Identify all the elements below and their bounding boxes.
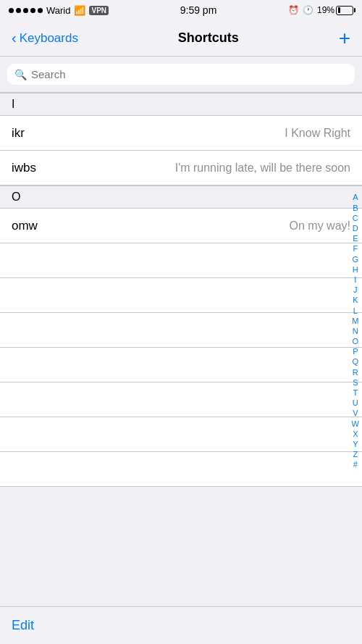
index-letter-s[interactable]: S [353, 378, 358, 388]
empty-row [0, 348, 362, 382]
status-right: ⏰ 🕐 19% [288, 5, 353, 15]
index-letter-h[interactable]: H [353, 265, 358, 275]
back-label: Keyboards [20, 31, 78, 46]
index-letter-i[interactable]: I [354, 275, 356, 285]
index-letter-k[interactable]: K [353, 296, 358, 305]
empty-row [0, 313, 362, 348]
status-left: Warid 📶 VPN [9, 5, 109, 16]
battery-percent: 19% [317, 5, 334, 15]
shortcut-text: ikr [12, 126, 25, 141]
index-letter-o[interactable]: O [353, 337, 359, 346]
index-letter-q[interactable]: Q [353, 357, 359, 367]
index-letter-w[interactable]: W [352, 419, 359, 429]
index-letter-n[interactable]: N [353, 327, 358, 336]
index-letter-c[interactable]: C [353, 214, 358, 223]
battery-container: 19% [317, 5, 353, 15]
empty-row [0, 417, 362, 452]
page-title: Shortcuts [178, 30, 239, 46]
index-letter-f[interactable]: F [353, 244, 358, 254]
index-letter-r[interactable]: R [353, 368, 358, 377]
index-letter-a[interactable]: A [353, 193, 358, 202]
section-header-i: I [0, 93, 362, 116]
add-button[interactable]: + [339, 28, 350, 49]
search-icon: 🔍 [14, 69, 27, 80]
list-item[interactable]: omw On my way! [0, 209, 362, 243]
phrase-text: On my way! [52, 219, 350, 233]
shortcut-text: omw [12, 219, 38, 233]
bottom-toolbar: Edit [0, 606, 362, 644]
search-input-wrap: 🔍 [7, 64, 355, 85]
carrier-label: Warid [46, 5, 70, 16]
nav-bar: ‹ Keyboards Shortcuts + [0, 20, 362, 57]
status-time: 9:59 pm [180, 4, 217, 16]
list-item[interactable]: ikr I Know Right [0, 116, 362, 151]
index-letter-l[interactable]: L [353, 306, 358, 316]
signal-dots [9, 8, 43, 13]
phrase-text: I'm running late, will be there soon [51, 162, 350, 175]
index-letter-x[interactable]: X [353, 430, 358, 439]
shortcut-text: iwbs [12, 161, 36, 175]
index-letter-y[interactable]: Y [353, 440, 358, 449]
index-letter-b[interactable]: B [353, 204, 358, 213]
list-item[interactable]: iwbs I'm running late, will be there soo… [0, 151, 362, 185]
index-letter-p[interactable]: P [353, 347, 358, 356]
battery-fill [338, 7, 341, 13]
back-button[interactable]: ‹ Keyboards [12, 30, 78, 46]
empty-row [0, 278, 362, 313]
section-header-o: O [0, 185, 362, 209]
alarm-icon: ⏰ [288, 5, 299, 15]
index-letter-v[interactable]: V [353, 409, 358, 418]
index-letter-hash[interactable]: # [353, 460, 358, 469]
search-container: 🔍 [0, 57, 362, 93]
status-bar: Warid 📶 VPN 9:59 pm ⏰ 🕐 19% [0, 0, 362, 20]
battery-box [336, 6, 353, 15]
index-letter-u[interactable]: U [353, 398, 358, 408]
index-letter-t[interactable]: T [353, 388, 358, 398]
clock-icon: 🕐 [303, 5, 313, 15]
index-sidebar: A B C D E F G H I J K L M N O P Q R S T … [352, 57, 359, 606]
wifi-icon: 📶 [74, 5, 85, 16]
index-letter-j[interactable]: J [353, 285, 358, 295]
index-letter-m[interactable]: M [352, 317, 358, 326]
edit-button[interactable]: Edit [12, 618, 34, 633]
index-letter-g[interactable]: G [353, 255, 359, 264]
phrase-text: I Know Right [39, 127, 350, 140]
search-input[interactable] [31, 68, 348, 80]
vpn-badge: VPN [89, 6, 109, 15]
empty-row [0, 382, 362, 417]
index-letter-z[interactable]: Z [353, 450, 358, 459]
empty-row [0, 452, 362, 487]
main-content: 🔍 I ikr I Know Right iwbs I'm running la… [0, 57, 362, 606]
empty-row [0, 243, 362, 278]
index-letter-e[interactable]: E [353, 234, 358, 243]
index-letter-d[interactable]: D [353, 224, 358, 233]
back-chevron-icon: ‹ [12, 30, 17, 46]
